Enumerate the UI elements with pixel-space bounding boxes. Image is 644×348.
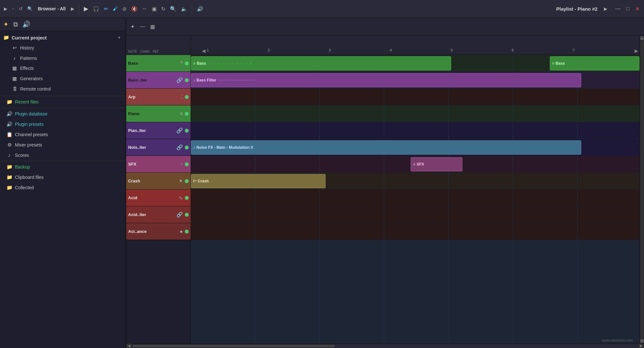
track-name-aciance: Aci..ance: [128, 229, 178, 234]
track-dot-bass-filter[interactable]: [185, 78, 189, 82]
sidebar-item-patterns[interactable]: ♪ Patterns: [0, 53, 126, 63]
speaker-btn2[interactable]: 🔊: [195, 5, 205, 13]
track-header-sfx[interactable]: SFX ↑: [126, 156, 191, 173]
track-dot-sfx[interactable]: [185, 162, 189, 166]
track-header-acid-filter[interactable]: Acid..lter 🔗: [126, 206, 191, 223]
nav-up-btn[interactable]: ↑: [11, 5, 16, 12]
track-dot-aciance[interactable]: [185, 230, 189, 234]
track-header-piano-filter[interactable]: Pian..lter 🔗: [126, 122, 191, 139]
erase-btn[interactable]: ⊘: [121, 5, 128, 13]
track-header-bass[interactable]: Bass 𝄢: [126, 55, 191, 72]
paint-btn[interactable]: 🖌: [111, 5, 119, 12]
history-label: History: [20, 45, 34, 50]
ruler-mark-7: 7: [573, 48, 575, 52]
clip-crash-label: Crash: [198, 179, 209, 183]
browser-nav-btn[interactable]: ▶: [70, 5, 76, 12]
select-btn[interactable]: ▣: [150, 5, 158, 13]
clip-bass-2[interactable]: ≡ Bass: [550, 56, 639, 71]
noise-filter-icon: 🔗: [176, 144, 183, 150]
sidebar-item-current-project[interactable]: 📁 Current project ▼: [0, 32, 126, 43]
sidebar-item-remote-control[interactable]: 🎛 Remote control: [0, 84, 126, 94]
divider-2: [0, 108, 126, 108]
track-dot-acid[interactable]: [185, 196, 189, 200]
sidebar-item-history[interactable]: ↩ History: [0, 43, 126, 53]
sidebar-item-recent-files[interactable]: 📁 Recent files: [0, 97, 126, 107]
ruler-left-btn[interactable]: ◀: [201, 48, 207, 53]
playlist-label: Playlist - Piano #2: [556, 6, 598, 12]
clip-noise-fx-label: Noise FX - Main - Modulation X: [196, 145, 253, 150]
h-scroll-thumb[interactable]: [133, 345, 335, 347]
track-header-bass-filter[interactable]: Bass..lter 🔗: [126, 72, 191, 89]
track-dot-acid-filter[interactable]: [185, 213, 189, 217]
pl-tools-grid[interactable]: ▦: [149, 23, 157, 31]
h-scroll-track[interactable]: [133, 345, 638, 347]
track-dot-piano[interactable]: [185, 112, 189, 116]
clip-bass-2-label: Bass: [556, 61, 565, 66]
track-dot-noise-filter[interactable]: [185, 146, 189, 149]
clips-layer: ≡ Bass — — — — — — — — — — ≡ Bass ♪: [191, 55, 639, 343]
track-dot-arp[interactable]: [185, 95, 189, 99]
scores-icon: ♪: [6, 152, 12, 158]
play-btn[interactable]: ▶: [83, 5, 90, 13]
track-header-arp[interactable]: Arp ⁚: [126, 89, 191, 105]
draw-btn[interactable]: ✏: [103, 5, 109, 13]
track-header-piano[interactable]: Piano ≡: [126, 105, 191, 122]
sidebar-item-generators[interactable]: ▦ Generators: [0, 73, 126, 84]
ruler-right-btn[interactable]: ▶: [633, 48, 639, 53]
clip-bass-filter-1[interactable]: ♪ Bass Filter ∿∿∿∿∿∿∿∿∿∿∿∿∿∿∿∿∿∿∿∿: [191, 73, 581, 87]
sidebar-item-channel-presets[interactable]: 📋 Channel presets: [0, 129, 126, 140]
sidebar-item-effects[interactable]: ▦ Effects: [0, 63, 126, 73]
sidebar-item-backup[interactable]: 📁 Backup: [0, 162, 126, 172]
backup-icon: 📁: [6, 164, 12, 170]
mute-btn[interactable]: 🔇: [130, 5, 139, 13]
headphones-btn[interactable]: 🎧: [92, 5, 101, 13]
maximize-btn[interactable]: □: [624, 5, 631, 13]
track-dot-crash[interactable]: [185, 179, 189, 183]
track-header-crash[interactable]: Crash ✦: [126, 173, 191, 190]
track-dot-piano-filter[interactable]: [185, 129, 189, 133]
clip-noise-fx-1[interactable]: ♪ Noise FX - Main - Modulation X: [191, 140, 581, 155]
sidebar-item-plugin-database[interactable]: 🔊 Plugin database: [0, 109, 126, 119]
pl-tools-link[interactable]: —: [138, 23, 147, 30]
loop-btn[interactable]: ↻: [160, 5, 167, 13]
track-header-noise-filter[interactable]: Nois..lter 🔗: [126, 139, 191, 156]
h-scroll-left-btn[interactable]: ◀: [127, 344, 131, 348]
sidebar-item-mixer-presets[interactable]: ⚙ Mixer presets: [0, 140, 126, 150]
track-headers: NOTE CHAN PAT Bass 𝄢 Bass..lter 🔗: [126, 36, 191, 343]
scroll-thumb[interactable]: [640, 41, 644, 338]
playlist-nav-btn[interactable]: ▶: [603, 5, 609, 12]
speaker-icon-btn[interactable]: 🔊: [22, 20, 30, 28]
zoom-btn[interactable]: 🔍: [169, 5, 178, 13]
h-scroll-right-btn[interactable]: ▶: [639, 344, 643, 348]
track-header-acid[interactable]: Acid ∿: [126, 190, 191, 206]
copy-icon-btn[interactable]: ⧉: [13, 21, 18, 28]
scroll-down-btn[interactable]: ▼: [640, 339, 644, 343]
piano-icon: ≡: [180, 111, 183, 117]
track-name-crash: Crash: [128, 179, 177, 183]
minimize-btn[interactable]: —: [613, 5, 622, 13]
recent-files-label: Recent files: [15, 99, 39, 104]
clip-crash-1[interactable]: ⊢ Crash: [191, 174, 326, 188]
track-dot-bass[interactable]: [185, 61, 189, 65]
close-btn[interactable]: ✕: [633, 5, 641, 13]
track-name-sfx: SFX: [128, 162, 178, 167]
search-btn[interactable]: 🔍: [26, 5, 34, 12]
nav-arrow-btn[interactable]: ▶: [3, 5, 9, 12]
scroll-up-btn[interactable]: ▲: [640, 36, 644, 40]
pl-tools-move[interactable]: ✦: [129, 23, 136, 31]
ruler-mark-4: 4: [390, 48, 392, 52]
clip-bass-1[interactable]: ≡ Bass — — — — — — — — — —: [191, 56, 451, 71]
sidebar-item-plugin-presets[interactable]: 🔊 Plugin presets: [0, 119, 126, 129]
metronome-btn[interactable]: 🔈: [180, 5, 189, 13]
clip-sfx-1[interactable]: ≡ SFX: [411, 157, 462, 171]
sidebar-item-scores[interactable]: ♪ Scores: [0, 150, 126, 160]
track-header-aciance[interactable]: Aci..ance ●: [126, 223, 191, 240]
sparkle-icon-btn[interactable]: ✦: [3, 20, 9, 28]
ruler-mark-6: 6: [512, 48, 514, 52]
sidebar-item-clipboard[interactable]: 📁 Clipboard files: [0, 172, 126, 182]
sidebar-item-collected[interactable]: 📁 Collected: [0, 182, 126, 193]
scores-label: Scores: [15, 153, 29, 158]
slip-btn[interactable]: ↔: [141, 5, 149, 12]
plugin-presets-icon: 🔊: [6, 121, 12, 127]
nav-back-btn[interactable]: ↺: [17, 5, 24, 12]
